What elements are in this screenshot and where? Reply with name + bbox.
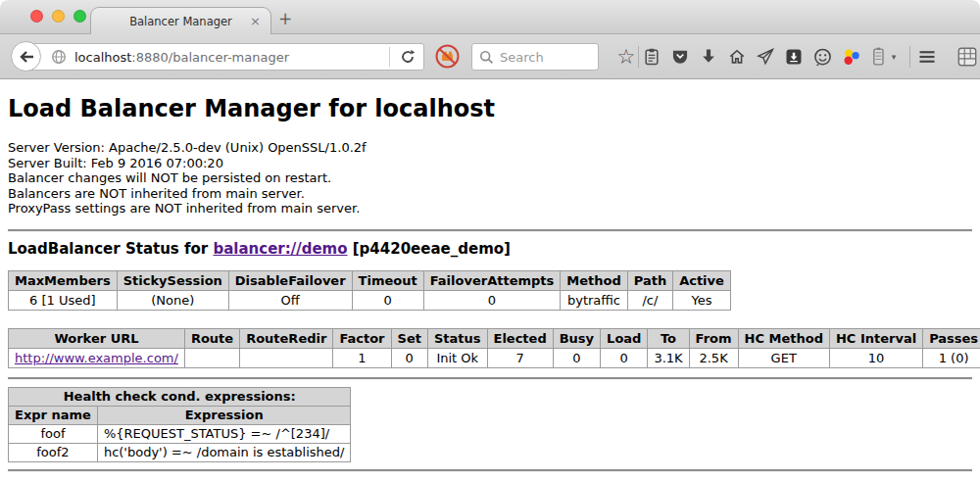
cell-path: /c/ (627, 290, 672, 310)
cell-factor: 1 (333, 348, 391, 367)
health-row: foof %{REQUEST_STATUS} =~ /^[234]/ (9, 424, 351, 443)
window-minimize-button[interactable] (52, 10, 65, 23)
titlebar: Balancer Manager × + (0, 0, 980, 34)
extension-download-icon[interactable] (782, 45, 806, 69)
colored-dots-icon[interactable] (839, 45, 862, 69)
col-to: To (648, 328, 689, 348)
health-row: foof2 hc('body') =~ /domain is establish… (9, 443, 351, 461)
cell-timeout: 0 (352, 290, 423, 310)
cell-expression: %{REQUEST_STATUS} =~ /^[234]/ (97, 424, 351, 443)
server-version-line: Server Version: Apache/2.5.0-dev (Unix) … (8, 140, 972, 156)
col-factor: Factor (333, 328, 391, 348)
table-header-row: Worker URL Route RouteRedir Factor Set S… (9, 328, 980, 348)
toolbar-separator (638, 46, 639, 68)
col-hc-interval: HC Interval (829, 328, 922, 348)
navigation-toolbar: localhost:8880/balancer-manager (0, 34, 980, 79)
heading-suffix: [p4420eeae_demo] (348, 240, 511, 258)
caret-glyph: ▾ (892, 52, 897, 62)
home-icon[interactable] (725, 45, 749, 69)
urlbar-separator (389, 47, 390, 67)
col-maxmembers: MaxMembers (9, 270, 118, 290)
cell-from: 2.5K (689, 348, 738, 367)
worker-status-table: Worker URL Route RouteRedir Factor Set S… (8, 328, 980, 368)
col-hc-method: HC Method (738, 328, 829, 348)
col-expr-name: Expr name (9, 406, 98, 424)
cell-status: Init Ok (427, 348, 487, 367)
url-bar[interactable]: localhost:8880/balancer-manager (26, 43, 424, 71)
new-tab-button[interactable]: + (278, 9, 292, 28)
search-input[interactable] (500, 50, 588, 65)
col-load: Load (601, 328, 648, 348)
col-path: Path (627, 270, 672, 290)
toolbar-separator-2 (909, 46, 910, 68)
cell-load: 0 (601, 348, 648, 367)
cell-elected: 7 (487, 348, 553, 367)
col-stickysession: StickySession (117, 270, 228, 290)
browser-window: Balancer Manager × + localhost:8880/bala… (0, 0, 980, 481)
col-status: Status (427, 328, 487, 348)
chevron-down-icon[interactable]: ▾ (887, 45, 901, 69)
pocket-icon[interactable] (668, 45, 692, 69)
tab-close-icon[interactable]: × (250, 14, 261, 28)
window-close-button[interactable] (30, 10, 43, 23)
table-header-row: Expr name Expression (9, 406, 351, 424)
cell-failoverattempts: 0 (423, 290, 561, 310)
cell-disablefailover: Off (228, 290, 352, 310)
tab-title: Balancer Manager (129, 15, 232, 28)
bookmark-star-icon[interactable]: ☆ (614, 45, 638, 69)
heading-prefix: LoadBalancer Status for (8, 240, 213, 258)
page-title: Load Balancer Manager for localhost (8, 95, 972, 122)
col-from: From (689, 328, 738, 348)
grid-extension-icon[interactable] (956, 45, 979, 69)
worker-row: http://www.example.com/ 1 0 Init Ok 7 0 … (9, 348, 980, 367)
divider (8, 229, 972, 232)
clipboard-icon[interactable] (640, 45, 663, 69)
col-elected: Elected (487, 328, 553, 348)
cell-set: 0 (391, 348, 427, 367)
balancer-demo-link[interactable]: balancer://demo (213, 240, 347, 258)
url-domain: localhost (74, 50, 131, 65)
health-table-title: Health check cond. expressions: (9, 387, 351, 406)
cell-maxmembers: 6 [1 Used] (9, 290, 118, 310)
cell-busy: 0 (553, 348, 600, 367)
col-busy: Busy (553, 328, 600, 348)
url-path: :8880/balancer-manager (131, 50, 289, 65)
tab-balancer-manager[interactable]: Balancer Manager × (90, 7, 271, 35)
divider (8, 469, 972, 472)
cell-hc-interval: 10 (829, 348, 922, 367)
cell-hc-method: GET (738, 348, 829, 367)
col-active: Active (673, 270, 731, 290)
globe-icon (51, 49, 67, 65)
cell-stickysession: (None) (117, 290, 228, 310)
downloads-icon[interactable] (697, 45, 720, 69)
cell-routeredir (240, 348, 333, 367)
health-check-table: Health check cond. expressions: Expr nam… (8, 387, 351, 462)
balancer-section-heading: LoadBalancer Status for balancer://demo … (8, 240, 972, 258)
url-text[interactable]: localhost:8880/balancer-manager (74, 50, 389, 65)
proxypass-inherit-note: ProxyPass settings are NOT inherited fro… (8, 201, 972, 216)
reload-button[interactable] (396, 49, 419, 65)
cell-worker-url: http://www.example.com/ (9, 348, 185, 367)
col-failoverattempts: FailoverAttempts (423, 270, 561, 290)
back-button[interactable] (11, 41, 41, 72)
plugin-blocked-icon[interactable] (434, 43, 461, 70)
page-content: Load Balancer Manager for localhost Serv… (0, 80, 980, 481)
balancer-persist-note: Balancer changes will NOT be persisted o… (8, 170, 972, 186)
col-timeout: Timeout (352, 270, 423, 290)
window-zoom-button[interactable] (74, 10, 86, 23)
star-glyph: ☆ (617, 46, 636, 68)
cell-method: bytraffic (561, 290, 627, 310)
search-box[interactable] (471, 43, 599, 71)
cell-route (184, 348, 239, 367)
server-built-line: Server Built: Feb 9 2016 07:00:20 (8, 156, 972, 171)
cell-expr-name: foof2 (9, 443, 98, 461)
menu-hamburger-icon[interactable] (915, 45, 939, 69)
worker-url-link[interactable]: http://www.example.com/ (15, 351, 178, 365)
cell-active: Yes (673, 290, 731, 310)
balancer-status-table: MaxMembers StickySession DisableFailover… (8, 270, 731, 311)
col-worker-url: Worker URL (9, 328, 185, 348)
table-title-row: Health check cond. expressions: (9, 387, 351, 406)
col-set: Set (391, 328, 427, 348)
send-icon[interactable] (754, 45, 777, 69)
smiley-icon[interactable] (810, 45, 834, 69)
